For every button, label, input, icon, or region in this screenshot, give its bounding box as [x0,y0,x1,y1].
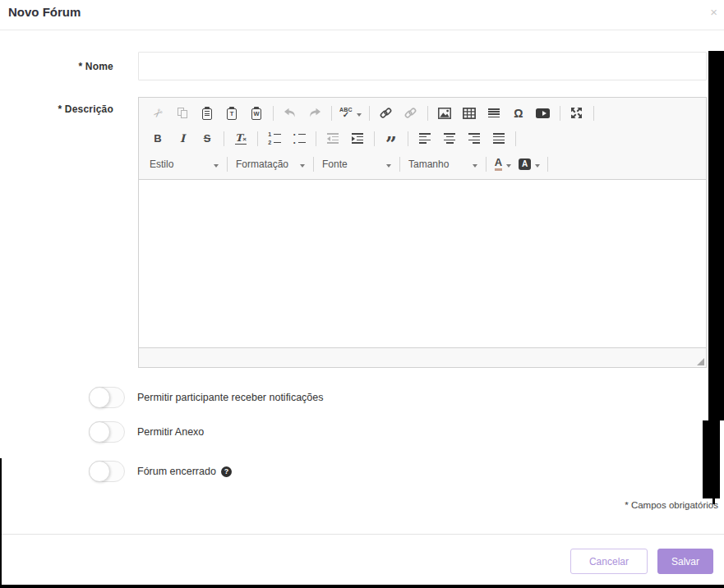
toolbar-separator [547,157,548,172]
modal-footer: Cancelar Salvar [0,534,724,574]
cancel-button[interactable]: Cancelar [570,549,648,574]
save-button[interactable]: Salvar [657,549,713,574]
attachment-toggle-label: Permitir Anexo [137,426,204,438]
size-combo[interactable]: Tamanho [404,155,482,173]
unlink-icon [399,103,423,123]
format-combo-label: Formatação [236,158,288,170]
align-left-icon[interactable] [413,129,437,149]
align-center-icon[interactable] [437,129,462,149]
chevron-down-icon [535,164,540,168]
attachment-toggle[interactable] [89,421,125,443]
toggle-knob-icon [89,421,110,443]
bold-icon[interactable]: B [145,129,170,149]
special-character-icon[interactable]: Ω [506,103,531,123]
toolbar-separator [227,157,228,172]
spell-check-icon[interactable]: ABC✓ [336,103,365,123]
required-fields-note: * Campos obrigatórios [0,500,724,510]
toolbar-separator [273,106,274,121]
maximize-icon[interactable] [565,103,589,123]
notifications-toggle[interactable] [89,387,125,408]
close-icon[interactable]: × [710,6,717,18]
toolbar-separator [515,131,516,146]
toggle-group: Permitir participante receber notificaçõ… [89,387,724,482]
name-field-row: * Nome [0,52,724,80]
remove-format-icon[interactable]: T× [228,129,253,149]
rich-text-editor: ✂TWABC✓ΩBIST×12••”EstiloFormataçãoFonteT… [138,97,707,368]
backdrop-artifact-right-top [708,51,724,420]
toolbar-separator [369,106,370,121]
notifications-toggle-label: Permitir participante receber notificaçõ… [137,392,324,403]
name-input[interactable] [138,52,707,80]
undo-icon [278,103,302,123]
name-label: * Nome [0,61,138,72]
editor-status-bar [139,347,706,367]
background-color-icon[interactable]: A [515,154,543,174]
toolbar-separator [593,106,594,121]
font-combo[interactable]: Fonte [318,155,395,173]
toolbar-separator [427,106,428,121]
blockquote-icon[interactable]: ” [379,129,404,149]
closed-forum-toggle-label: Fórum encerrado [137,466,216,477]
closed-forum-toggle-row: Fórum encerrado ? [89,461,724,482]
paste-from-word-icon[interactable]: W [244,103,269,123]
backdrop-artifact-left [0,458,2,588]
text-color-icon[interactable]: A [491,154,515,174]
cut-icon: ✂ [145,103,170,123]
toolbar-separator [316,131,316,146]
toolbar-separator [224,131,224,146]
toolbar-separator [257,131,258,146]
chevron-down-icon [473,164,477,168]
toolbar-row: EstiloFormataçãoFonteTamanhoAA [142,151,703,177]
horizontal-line-icon[interactable] [482,103,506,123]
toolbar-separator [331,106,332,121]
numbered-list-icon[interactable]: 12 [262,129,287,149]
align-justify-icon[interactable] [487,129,511,149]
backdrop-artifact-right-bottom [703,420,720,498]
embed-video-icon[interactable] [531,103,556,123]
style-combo[interactable]: Estilo [145,155,223,173]
toolbar-row: BIST×12••” [142,126,703,151]
new-forum-modal: Novo Fórum × * Nome * Descrição ✂TWABC✓Ω… [0,0,724,588]
table-icon[interactable] [457,103,482,123]
format-combo[interactable]: Formatação [232,155,309,173]
editor-toolbar: ✂TWABC✓ΩBIST×12••”EstiloFormataçãoFonteT… [139,98,706,180]
toggle-knob-icon [89,461,110,482]
toolbar-separator [313,157,314,172]
font-combo-label: Fonte [322,158,348,170]
align-right-icon[interactable] [462,129,487,149]
closed-forum-toggle[interactable] [89,461,125,482]
chevron-down-icon [357,113,362,117]
backdrop-artifact-tick [712,498,715,504]
backdrop-artifact-bottom [0,585,724,588]
copy-icon [170,103,195,123]
decrease-indent-icon [320,129,345,149]
description-field-row: * Descrição ✂TWABC✓ΩBIST×12••”EstiloForm… [0,97,724,368]
description-label: * Descrição [0,97,138,115]
italic-icon[interactable]: I [170,129,195,149]
link-icon[interactable] [374,103,399,123]
chevron-down-icon [506,164,511,168]
toggle-knob-icon [89,387,110,408]
toolbar-separator [374,131,375,146]
toolbar-separator [486,157,487,172]
paste-plain-text-icon[interactable]: T [219,103,244,123]
toolbar-row: ✂TWABC✓Ω [142,100,703,126]
increase-indent-icon[interactable] [345,129,370,149]
redo-icon [302,103,327,123]
bulleted-list-icon[interactable]: •• [287,129,311,149]
image-icon[interactable] [432,103,457,123]
strikethrough-icon[interactable]: S [195,129,219,149]
question-circle-icon[interactable]: ? [221,466,232,477]
modal-header: Novo Fórum × [0,0,724,30]
paste-icon[interactable] [195,103,219,123]
style-combo-label: Estilo [150,158,173,170]
toolbar-separator [560,106,560,121]
attachment-toggle-row: Permitir Anexo [89,421,724,443]
modal-body: * Nome * Descrição ✂TWABC✓ΩBIST×12••”Est… [0,30,724,510]
page-title: Novo Fórum [8,5,81,19]
size-combo-label: Tamanho [408,158,449,170]
resize-handle-icon[interactable] [697,358,704,365]
toolbar-separator [408,131,408,146]
editor-content[interactable] [139,180,706,347]
notifications-toggle-row: Permitir participante receber notificaçõ… [89,387,724,408]
